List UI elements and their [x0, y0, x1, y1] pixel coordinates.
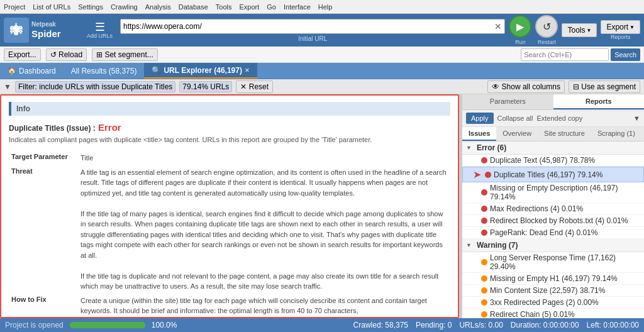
tree-item-pagerank-dead-end[interactable]: PageRank: Dead End (4) 0.01% [462, 227, 644, 239]
tree-item-min-content[interactable]: Min Content Size (22,597) 38.71% [462, 285, 644, 297]
tree-item-redirect-blocked[interactable]: Redirect Blocked by Robots.txt (4) 0.01% [462, 215, 644, 227]
redir-blocked-dot [481, 218, 487, 224]
export-dropdown-arrow: ▼ [630, 25, 635, 30]
table-row: Threat A title tag is an essential eleme… [9, 165, 450, 294]
max-redir-label: Max Redirections (4) 0.01% [490, 204, 640, 213]
url-explorer-icon: 🔍 [152, 66, 161, 75]
status-bar: Project is opened 100.0% Crawled: 58,375… [0, 318, 644, 332]
reload-button[interactable]: ↺ Reload [46, 48, 87, 61]
main-area: Info Duplicate Titles (Issue) : Error In… [0, 94, 644, 318]
info-panel: Info Duplicate Titles (Issue) : Error In… [0, 94, 459, 318]
search-input[interactable] [521, 48, 609, 61]
tree-item-redirect-chain[interactable]: Redirect Chain (5) 0.01% [462, 309, 644, 318]
left-value: 0:00:00:00 [603, 321, 639, 329]
missing-h1-dot [481, 275, 487, 282]
menu-item-tools[interactable]: Tools [216, 3, 232, 11]
tree-item-duplicate-text[interactable]: Duplicate Text (45,987) 78.78% [462, 155, 644, 167]
urls-s-label: URLs/s: 0.00 [459, 321, 502, 329]
info-title: Duplicate Titles (Issue) : Error [9, 122, 450, 133]
add-urls-label: Add URLs [87, 33, 113, 39]
duration-key: Duration: [511, 321, 541, 329]
tree-section-warning[interactable]: ▼ Warning (7) [462, 239, 644, 252]
right-tab-reports[interactable]: Reports [553, 94, 645, 109]
tab-url-explorer[interactable]: 🔍 URL Explorer (46,197) ✕ [144, 63, 257, 79]
issues-tab-scraping[interactable]: Scraping (1) [591, 127, 641, 141]
url-clear-button[interactable]: ✕ [494, 21, 502, 31]
url-input[interactable] [123, 22, 494, 31]
tree-item-long-server[interactable]: Long Server Response Time (17,162) 29.40… [462, 252, 644, 273]
tab-close-icon[interactable]: ✕ [245, 67, 250, 74]
issues-tree: ▼ Error (6) Duplicate Text (45,987) 78.7… [462, 141, 644, 318]
pagerank-dead-dot [481, 230, 487, 236]
issues-tab-overview[interactable]: Overview [496, 127, 538, 141]
apply-button[interactable]: Apply [466, 113, 494, 124]
duration-value: 0:00:00:00 [543, 321, 579, 329]
menu-item-crawling[interactable]: Crawling [111, 3, 138, 11]
status-right: Crawled: 58,375 Pending: 0 URLs/s: 0.00 … [353, 321, 639, 329]
table-row: Target Parameter Title [9, 151, 450, 165]
right-actions-dropdown[interactable]: ▼ [633, 114, 640, 122]
table-row: How to Fix Create a unique (within the s… [9, 294, 450, 318]
reset-filter-button[interactable]: ✕ Reset [236, 80, 273, 93]
crawled-key: Crawled: [353, 321, 383, 329]
logo-text: Netpeak Spider [31, 21, 61, 40]
menu-item-analysis[interactable]: Analysis [145, 3, 171, 11]
row-value-target-param: Title [78, 151, 450, 165]
filter-tag-duplicate-titles[interactable]: Filter: include URLs with issue Duplicat… [15, 81, 175, 92]
tree-section-error[interactable]: ▼ Error (6) [462, 141, 644, 155]
extended-copy-link[interactable]: Extended copy [536, 114, 582, 122]
logo-netpeak: Netpeak [31, 21, 61, 28]
urls-s-key: URLs/s: [459, 321, 486, 329]
row-label-how-to-fix: How to Fix [9, 294, 78, 318]
search-button[interactable]: Search [611, 48, 640, 61]
tree-item-3xx-redirect[interactable]: 3xx Redirected Pages (2) 0.00% [462, 297, 644, 309]
use-as-segment-button[interactable]: ⊟ Use as segment [569, 80, 640, 93]
restart-button[interactable]: ↺ [535, 15, 558, 38]
crawled-value: 58,375 [385, 321, 408, 329]
tree-item-duplicate-titles[interactable]: ➤ Duplicate Titles (46,197) 79.14% [462, 167, 644, 182]
issues-tabs: Issues Overview Site structure Scraping … [462, 127, 644, 141]
duplicate-text-dot [481, 157, 487, 163]
add-urls-button[interactable]: ☰ Add URLs [83, 20, 116, 40]
max-redir-dot [481, 206, 487, 212]
row-label-target-param: Target Parameter [9, 151, 78, 165]
menu-item-help[interactable]: Help [318, 3, 333, 11]
info-title-text: Duplicate Titles (Issue) : [9, 124, 96, 133]
tab-dashboard[interactable]: 🏠 Dashboard [0, 63, 64, 79]
tree-item-missing-h1[interactable]: Missing or Empty H1 (46,197) 79.14% [462, 273, 644, 285]
show-all-columns-button[interactable]: 👁 Show all columns [487, 80, 565, 93]
3xx-redir-dot [481, 299, 487, 306]
filter-tag-urls-pct[interactable]: 79.14% URLs [179, 81, 232, 92]
3xx-redir-label: 3xx Redirected Pages (2) 0.00% [490, 298, 640, 307]
export-button[interactable]: Export ▼ [601, 20, 640, 34]
menu-item-database[interactable]: Database [179, 3, 208, 11]
progress-bar [70, 322, 145, 328]
menu-item-project[interactable]: Project [4, 3, 25, 11]
right-tab-group: Parameters Reports [462, 94, 644, 110]
tab-all-results[interactable]: All Results (58,375) [64, 63, 145, 79]
set-segment-label: ⊞ Set segment... [96, 50, 153, 59]
menu-item-export[interactable]: Export [239, 3, 259, 11]
right-panel: Parameters Reports Apply Collapse all Ex… [462, 94, 644, 318]
set-segment-button[interactable]: ⊞ Set segment... [92, 48, 158, 61]
tools-button[interactable]: Tools ▼ [562, 23, 597, 37]
menu-item-interface[interactable]: Interface [284, 3, 311, 11]
redir-chain-label: Redirect Chain (5) 0.01% [490, 310, 640, 318]
issues-tab-issues[interactable]: Issues [462, 127, 496, 141]
tree-item-max-redirections[interactable]: Max Redirections (4) 0.01% [462, 203, 644, 215]
right-tab-parameters[interactable]: Parameters [462, 94, 553, 109]
issues-tab-site-structure[interactable]: Site structure [538, 127, 591, 141]
menu-item-list-of-urls[interactable]: List of URLs [33, 3, 70, 11]
min-content-label: Min Content Size (22,597) 38.71% [490, 286, 640, 295]
tree-item-missing-desc[interactable]: Missing or Empty Description (46,197) 79… [462, 182, 644, 203]
info-table: Target Parameter Title Threat A title ta… [9, 151, 450, 318]
export-small-button[interactable]: Export... [4, 48, 41, 61]
show-all-columns-label: 👁 Show all columns [492, 82, 560, 91]
menu-item-go[interactable]: Go [267, 3, 276, 11]
menu-item-settings[interactable]: Settings [78, 3, 103, 11]
left-key: Left: [587, 321, 601, 329]
collapse-all-link[interactable]: Collapse all [497, 114, 533, 122]
pending-value: 0 [448, 321, 452, 329]
url-bar-wrapper: ✕ Initial URL [120, 19, 505, 42]
start-button[interactable]: ▶ [509, 15, 531, 38]
